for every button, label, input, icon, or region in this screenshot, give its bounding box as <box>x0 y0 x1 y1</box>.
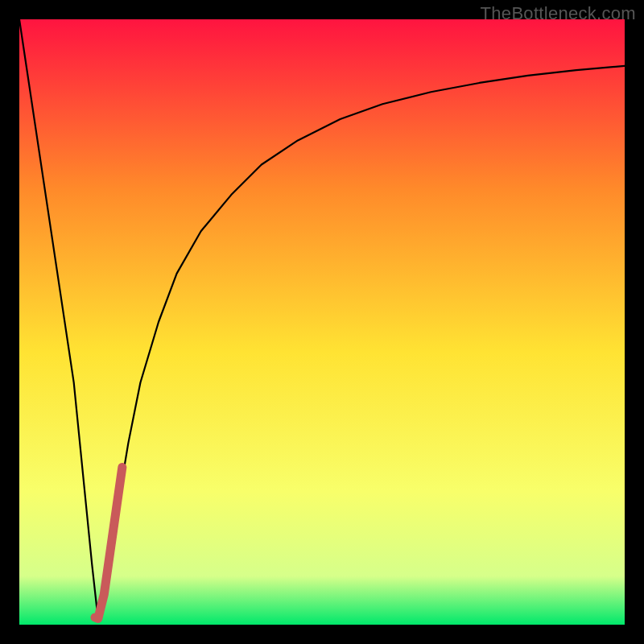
chart-svg <box>19 19 625 625</box>
chart-plot-area <box>19 19 625 625</box>
watermark-text: TheBottleneck.com <box>481 3 636 24</box>
